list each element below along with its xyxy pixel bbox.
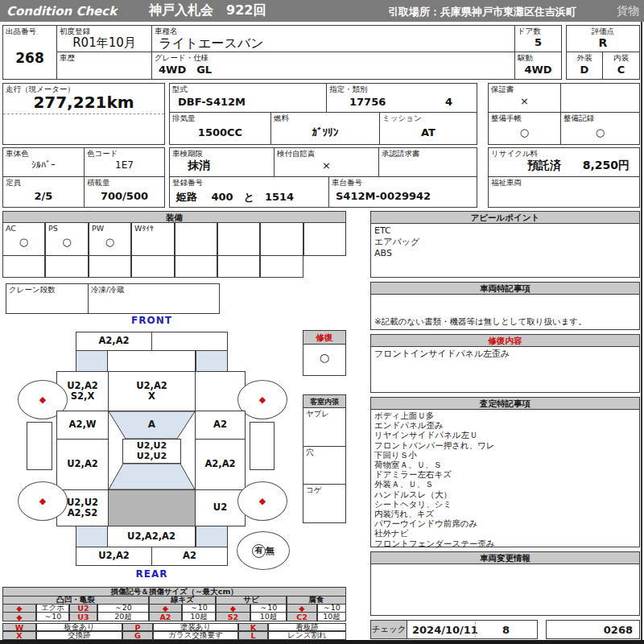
check-number-value: 8: [475, 624, 537, 636]
color-code-box: 色コード 1E7: [84, 147, 165, 177]
mileage-divider: [3, 114, 164, 114]
assessment-item: 下回りＳ小: [374, 450, 636, 460]
fridge-label: 冷凍/冷蔵: [91, 285, 124, 295]
drive-box: 駆動 4WD: [514, 52, 562, 80]
vehicle-notes-header: 車両特記事項: [371, 283, 639, 295]
body-color-box: 車体色 ｼﾙﾊﾞｰ: [2, 147, 85, 177]
assessment-item: 社外ナビ: [374, 528, 636, 538]
legend-cell: ～10: [36, 612, 69, 621]
appeal-points-body: ETC エアバッグ ABS: [371, 224, 639, 261]
legend-cell: 10超: [250, 612, 287, 621]
capacity-value: 2/5: [3, 190, 84, 202]
damage-diamond-icon: ◆: [39, 497, 46, 506]
check-date-box: 2024/10/11 8: [407, 620, 538, 639]
vehicle-notes-panel: 車両特記事項 ※記載のない書類・機器等は無しとして取り扱います。: [370, 282, 640, 330]
equipment-cell-empty: [260, 255, 303, 278]
class-number-value: 4: [445, 96, 452, 108]
legend-code-g: G: [122, 631, 153, 640]
color-code-value: 1E7: [85, 159, 164, 171]
equipment-cell-empty: [175, 222, 217, 256]
appeal-item: ETC: [374, 225, 636, 237]
chassis-number-label: 車台番号: [332, 178, 362, 188]
front-right-door-cell: A2: [195, 411, 246, 440]
appeal-item: ABS: [374, 248, 636, 259]
score-value: R: [567, 36, 639, 49]
rear-left-wheel: ◆: [18, 481, 68, 521]
assessment-panel: 査定特記事項 ボディ上面Ｕ多 エンドパネル歪み リヤインサイドパネル左Ｕ フロン…: [370, 397, 640, 547]
appeal-item: エアバッグ: [374, 237, 636, 248]
equipment-cell-empty: [131, 255, 175, 278]
legend-code-u3: U3: [69, 612, 97, 621]
cabin-lining-tear-cell: ヤブレ: [303, 407, 346, 447]
legend-code-c2: C2: [287, 612, 317, 621]
assessment-item: シートヘタリ、シミ: [374, 499, 636, 509]
pickup-location: 引取場所：兵庫県神戸市東灘区住吉浜町: [388, 5, 576, 19]
mileage-box: 走行（現メーター） 277,221km: [2, 83, 165, 145]
interior-grade-label: 内装: [603, 53, 639, 64]
model-name-box: 車種名 ライトエースバン: [151, 25, 515, 52]
registration-number-box: 登録番号 姫路 400 と 1514: [169, 176, 329, 208]
left-slide-door-cell: U2,A2: [56, 439, 109, 490]
equipment-ps-value: ○: [46, 236, 88, 248]
assessment-item: ドアミラー左右キズ: [374, 469, 636, 479]
rear-panel-cell: U2,A2,A2: [107, 526, 196, 547]
legend-code-k: K: [238, 623, 268, 631]
assessment-item: パワーウインドウ前席のみ: [374, 518, 636, 528]
check-label: チェック: [370, 620, 407, 639]
legend-cell: 交換跡: [36, 631, 122, 640]
recycle-fee-value: 8,250円: [583, 159, 630, 173]
registration-number-label: 登録番号: [172, 178, 203, 188]
legend-code-p: P: [122, 623, 153, 631]
maintenance-record-value: ○: [561, 126, 639, 138]
legend-cell: 10超: [317, 612, 346, 621]
displacement-box: 排気量 1500CC: [169, 112, 271, 145]
rear-gate-cell: [108, 489, 196, 526]
rear-window-cell: [108, 463, 196, 490]
rear-left-corner-cell: [76, 526, 108, 547]
equipment-header: 装備: [2, 211, 346, 223]
body-color-label: 車体色: [6, 149, 29, 159]
cabin-lining-hole-label: 穴: [306, 448, 314, 458]
grade-box: グレード・仕様 4WD GL: [151, 52, 515, 80]
inspection-value: 抹消: [188, 159, 274, 173]
hood-cell: [107, 350, 196, 372]
maintenance-book-box: 整備手帳 ○: [488, 112, 561, 145]
assessment-item: 外装Ａ、Ｕ、Ｓ: [374, 479, 636, 489]
drive-label: 駆動: [518, 53, 533, 64]
mileage-value: 277,221km: [3, 93, 164, 112]
load-capacity-value: 700/500: [85, 190, 164, 202]
damage-diamond-icon: ◆: [39, 395, 46, 404]
exterior-grade-label: 外装: [567, 53, 602, 64]
legend-cell: レンズ割れ: [268, 631, 346, 640]
repair-details-panel: 修復内容 フロントインサイドパネル左歪み: [370, 334, 640, 393]
equipment-ac-value: ○: [3, 236, 44, 248]
equipment-ac-label: AC: [6, 224, 16, 233]
assessment-item: 内装汚れ、キズ: [374, 509, 636, 518]
equipment-cell-empty: [45, 255, 89, 278]
equipment-pw-value: ○: [89, 236, 130, 248]
front-left-corner-cell: [76, 350, 108, 372]
equipment-cell-wtire: Wﾀｲﾔ: [131, 222, 175, 256]
right-side-cell: A2,A2: [195, 439, 246, 490]
registration-number-value: 姫路 400 と 1514: [176, 190, 328, 204]
equipment-wtire-label: Wﾀｲﾔ: [134, 224, 154, 233]
equipment-cell-empty: [2, 255, 45, 278]
crane-label: クレーン段数: [9, 285, 56, 295]
insurance-box: 検付自賠責 ×: [274, 147, 379, 177]
legend-cell: 20超: [97, 612, 149, 621]
front-left-door-cell: A2,W: [56, 411, 109, 440]
insurance-value: ×: [275, 159, 378, 171]
front-label: FRONT: [76, 315, 228, 326]
rear-right-wheel: ◆: [237, 481, 287, 521]
rear-right-corner-cell: [196, 526, 228, 547]
change-info-header: 車両変更情報: [371, 552, 639, 564]
inspection-box: 車検期限 抹消: [169, 147, 275, 177]
exterior-grade-box: 外装 D: [566, 52, 603, 80]
lot-number-box: 出品番号 268: [2, 25, 57, 80]
appeal-points-header: アピールポイント: [371, 212, 639, 224]
type-class-label: 指定・類別: [329, 85, 368, 95]
insurance-label: 検付自賠責: [277, 149, 316, 159]
maintenance-record-box: 整備記録 ○: [560, 112, 640, 145]
model-name-value: ライトエースバン: [159, 35, 514, 52]
rear-bumper-right-cell: A2: [151, 547, 228, 566]
